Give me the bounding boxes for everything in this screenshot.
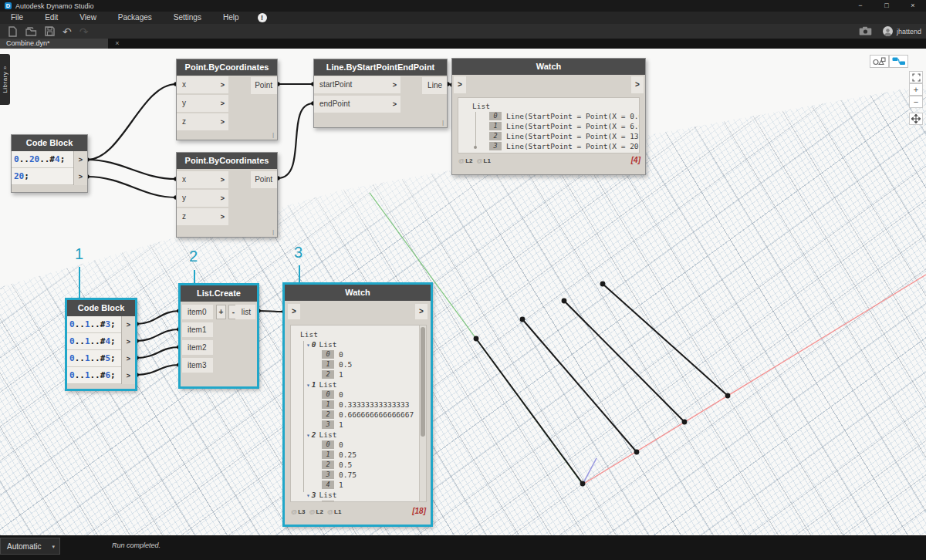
resize-handle[interactable]: |: [272, 131, 274, 138]
output-port-point[interactable]: Point: [251, 171, 277, 188]
input-row-z[interactable]: z >: [177, 208, 228, 225]
menu-file[interactable]: File: [0, 12, 34, 24]
menu-help[interactable]: Help: [212, 12, 250, 24]
fit-view-button[interactable]: [909, 71, 923, 83]
code-line-row[interactable]: 0..20..#4; >: [12, 151, 87, 168]
input-row-x[interactable]: x >: [177, 171, 228, 188]
zoom-in-button[interactable]: +: [909, 83, 923, 96]
menu-settings[interactable]: Settings: [163, 12, 212, 24]
input-row-item3[interactable]: item3: [182, 358, 213, 373]
node-code-block-2[interactable]: Code Block 0..1..#3; > 0..1..#4; > 0..1.…: [66, 299, 137, 390]
title-bar[interactable]: D Autodesk Dynamo Studio − □ ×: [0, 0, 926, 12]
output-port[interactable]: >: [121, 367, 135, 384]
add-input-button[interactable]: +: [216, 305, 226, 319]
output-port[interactable]: >: [121, 350, 135, 367]
graph-view-button[interactable]: [889, 55, 908, 68]
input-port[interactable]: >: [288, 304, 300, 319]
library-panel-toggle[interactable]: Library »: [0, 54, 10, 105]
input-row-startpoint[interactable]: startPoint >: [314, 76, 400, 93]
input-port[interactable]: >: [393, 96, 397, 113]
code-line[interactable]: 0..1..#6;: [69, 367, 121, 384]
node-header[interactable]: Code Block: [67, 300, 135, 316]
output-port-list[interactable]: list: [235, 305, 255, 319]
output-port-line[interactable]: Line: [422, 77, 447, 94]
geometry-view-button[interactable]: [870, 55, 889, 68]
expander-icon[interactable]: ▾: [306, 432, 310, 439]
code-line[interactable]: 0..1..#5;: [69, 350, 121, 367]
input-row-item2[interactable]: item2: [182, 340, 213, 355]
scrollbar[interactable]: [419, 326, 426, 501]
output-port[interactable]: >: [73, 151, 87, 168]
expander-icon[interactable]: ▾: [306, 382, 310, 389]
input-port[interactable]: >: [221, 171, 225, 188]
input-row-y[interactable]: y >: [177, 190, 228, 207]
node-list-create[interactable]: List.Create item0 + - list item1 item2 i…: [179, 284, 259, 388]
input-row-y[interactable]: y >: [177, 95, 228, 112]
input-port[interactable]: >: [221, 113, 225, 130]
output-port[interactable]: >: [121, 316, 135, 333]
input-row-item0[interactable]: item0: [182, 305, 213, 319]
level-badge[interactable]: L2: [465, 157, 472, 164]
node-code-block-top[interactable]: Code Block 0..20..#4; > 20; >: [11, 134, 88, 193]
node-point-by-coordinates-1[interactable]: Point.ByCoordinates x > y > z > Point |: [176, 59, 278, 140]
code-line-row[interactable]: 20; >: [12, 168, 87, 185]
username[interactable]: jhattend: [897, 28, 921, 35]
menu-packages[interactable]: Packages: [107, 12, 163, 24]
menu-edit[interactable]: Edit: [34, 12, 69, 24]
node-header[interactable]: Code Block: [12, 135, 87, 151]
close-button[interactable]: ×: [900, 0, 926, 12]
pan-button[interactable]: [909, 113, 923, 125]
node-header[interactable]: List.Create: [181, 285, 257, 302]
resize-handle[interactable]: |: [442, 119, 444, 126]
redo-icon[interactable]: ↷: [79, 28, 89, 35]
code-line[interactable]: 0..1..#3;: [69, 316, 121, 333]
output-port[interactable]: >: [415, 304, 428, 319]
input-row-x[interactable]: x >: [177, 76, 228, 93]
node-line-by-start-end[interactable]: Line.ByStartPointEndPoint startPoint > e…: [313, 59, 448, 128]
new-file-icon[interactable]: [8, 26, 18, 37]
maximize-button[interactable]: □: [874, 0, 900, 12]
camera-export-icon[interactable]: [859, 26, 872, 37]
node-header[interactable]: Point.ByCoordinates: [177, 59, 277, 76]
output-port[interactable]: >: [121, 333, 135, 350]
code-line[interactable]: 20;: [14, 168, 73, 185]
node-point-by-coordinates-2[interactable]: Point.ByCoordinates x > y > z > Point |: [176, 152, 278, 238]
node-header[interactable]: Point.ByCoordinates: [177, 153, 277, 169]
undo-icon[interactable]: ↶: [63, 28, 72, 35]
tab-combine-dyn[interactable]: Combine.dyn*: [0, 39, 108, 49]
open-file-icon[interactable]: [25, 26, 37, 36]
input-port[interactable]: >: [221, 76, 225, 93]
output-port[interactable]: >: [73, 168, 87, 185]
scrollbar-thumb[interactable]: [421, 327, 425, 437]
input-row-z[interactable]: z >: [177, 113, 228, 130]
expander-icon[interactable]: ▾: [306, 492, 310, 499]
minimize-button[interactable]: −: [847, 0, 874, 12]
node-watch-3[interactable]: Watch > > List ▾0List 00 10.5 21 ▾1List …: [283, 283, 432, 526]
code-line[interactable]: 0..1..#4;: [69, 333, 121, 350]
node-watch-top[interactable]: Watch > > List 0Line(StartPoint = Point(…: [451, 58, 646, 175]
notifications-icon[interactable]: !: [258, 13, 267, 22]
menu-view[interactable]: View: [69, 12, 107, 24]
tab-close-icon[interactable]: ×: [113, 39, 122, 49]
level-badge[interactable]: L1: [334, 508, 341, 515]
user-avatar[interactable]: [883, 26, 893, 36]
code-line[interactable]: 0..20..#4;: [14, 151, 73, 168]
level-badge[interactable]: L1: [484, 157, 491, 164]
zoom-out-button[interactable]: −: [909, 96, 923, 108]
node-header[interactable]: Watch: [452, 59, 645, 75]
input-row-item1[interactable]: item1: [182, 322, 213, 337]
list-level-badges[interactable]: @L3 @L2 @L1: [291, 508, 345, 515]
run-mode-dropdown[interactable]: Automatic ▾: [0, 538, 60, 555]
code-line-row[interactable]: 0..1..#5; >: [67, 350, 135, 367]
code-line-row[interactable]: 0..1..#4; >: [67, 333, 135, 350]
input-port[interactable]: >: [454, 76, 466, 93]
input-port[interactable]: >: [393, 76, 397, 93]
node-header[interactable]: Line.ByStartPointEndPoint: [314, 59, 447, 76]
output-port[interactable]: >: [631, 76, 644, 93]
list-level-badges[interactable]: @L2 @L1: [458, 157, 495, 164]
output-port-point[interactable]: Point: [251, 77, 277, 94]
expander-icon[interactable]: ▾: [306, 342, 310, 349]
code-line-row[interactable]: 0..1..#3; >: [67, 316, 135, 333]
input-row-endpoint[interactable]: endPoint >: [314, 96, 400, 113]
input-port[interactable]: >: [221, 208, 225, 225]
